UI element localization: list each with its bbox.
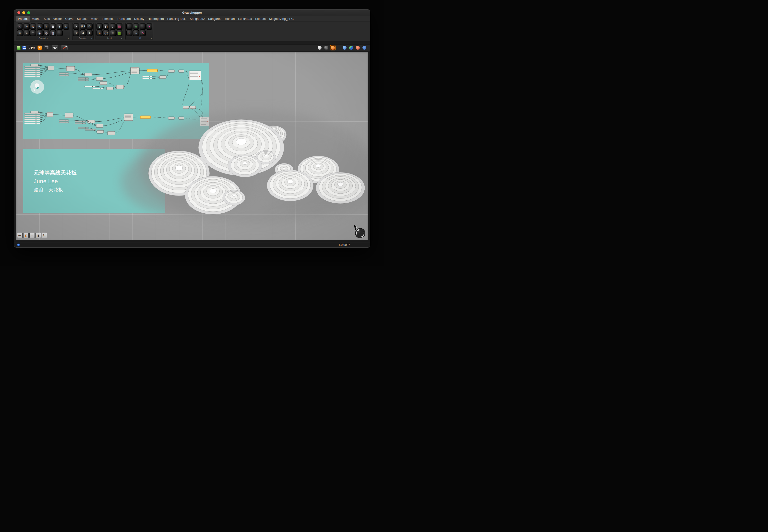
number-param-icon[interactable]: 0.1 (80, 23, 86, 30)
maximize-button[interactable] (27, 11, 30, 14)
data-output-icon[interactable]: → (139, 23, 146, 30)
curve-param-icon[interactable]: ≈ (23, 30, 30, 36)
menu-item-kangaroo[interactable]: Kangaroo (207, 16, 223, 22)
panel-component-icon[interactable]: ◧ (103, 23, 109, 30)
data-recorder-icon[interactable]: ●● (126, 30, 132, 36)
menu-item-panelingtools[interactable]: PanelingTools (165, 16, 188, 22)
node-graph[interactable] (23, 63, 210, 139)
value-list-icon[interactable]: ≡ (110, 30, 116, 36)
close-button[interactable] (17, 11, 20, 14)
ribbon-group-primitive: ◑0.1☆7A∗Primitive▾ (72, 23, 93, 40)
preview-red-sphere-icon[interactable] (355, 45, 361, 50)
minimize-button[interactable] (22, 11, 25, 14)
menu-item-maths[interactable]: Maths (30, 16, 42, 22)
version-label: 1.0.0007 (338, 243, 367, 247)
save-document-icon[interactable] (22, 46, 26, 50)
menu-item-kangaroo2[interactable]: Kangaroo2 (188, 16, 207, 22)
zoom-extents-button[interactable] (44, 45, 49, 50)
paint-brush-button[interactable] (61, 45, 68, 50)
geometry-param-icon[interactable]: ◇ (63, 23, 69, 30)
status-sphere-icon[interactable] (17, 243, 20, 246)
menu-item-heteroptera[interactable]: Heteroptera (146, 16, 165, 22)
new-document-icon[interactable] (17, 46, 21, 50)
brep-param-icon[interactable]: ◈ (37, 30, 43, 36)
ribbon-canvas-divider (14, 41, 370, 44)
menu-item-display[interactable]: Display (132, 16, 146, 22)
canvas-toolbar-right (317, 45, 367, 50)
field-param-icon[interactable]: ∗ (57, 23, 63, 30)
group-param-icon[interactable]: × (17, 30, 23, 36)
preview-eye-button[interactable] (52, 45, 58, 50)
text-param-icon[interactable]: A (80, 30, 86, 36)
galapagos-icon[interactable]: ♣ (133, 23, 139, 30)
subd-param-icon[interactable]: ◔ (57, 30, 63, 36)
menu-item-surface[interactable]: Surface (75, 16, 89, 22)
menu-item-intersect[interactable]: Intersect (100, 16, 115, 22)
eye-icon (53, 47, 57, 49)
zoom-level: 91% (29, 46, 35, 50)
ribbon-group-input: ↓◧♪▥≈◯≡▦Input▾ (95, 23, 123, 40)
menu-item-magnetizing_fpg[interactable]: Magnetizing_FPG (268, 16, 295, 22)
boolean-param-icon[interactable]: ◑ (73, 23, 79, 30)
button-icon[interactable]: ● (146, 23, 152, 30)
menu-item-vector[interactable]: Vector (51, 16, 63, 22)
knob-icon[interactable]: ◯ (103, 30, 109, 36)
sketch-tool-icon[interactable]: −x (17, 233, 23, 238)
preview-off-icon[interactable] (324, 45, 329, 50)
menu-item-transform[interactable]: Transform (115, 16, 133, 22)
note-panel[interactable]: 元球等高线天花板 June Lee 波浪，天花板 (23, 149, 165, 213)
menu-bar: ParamsMathsSetsVectorCurveSurfaceMeshInt… (14, 16, 370, 22)
panel-tool-icon[interactable]: ▮ (35, 233, 41, 238)
circle-param-icon[interactable]: ◎ (37, 23, 43, 30)
data-input-icon[interactable]: → (133, 30, 139, 36)
note-title: 元球等高线天花板 (34, 169, 77, 176)
ribbon-group-label: Util▾ (126, 37, 152, 40)
ribbon-group-label: Primitive▾ (73, 37, 92, 40)
brush-icon (63, 46, 66, 49)
menu-item-curve[interactable]: Curve (64, 16, 75, 22)
navigation-ball[interactable] (352, 224, 367, 239)
import-file-icon[interactable]: ↓ (96, 23, 103, 30)
ribbon-group-geometry: ↖↗⊙◎◐▣∗◇×≈⊃◈◍▦◔Geometry▾ (16, 23, 70, 40)
wire-display-icon[interactable]: ≈ (29, 233, 35, 238)
integer-param-icon[interactable]: 7 (73, 30, 79, 36)
plane-param-icon[interactable]: ⊙ (30, 23, 36, 30)
menu-item-elefront[interactable]: Elefront (254, 16, 268, 22)
redraw-tool-icon[interactable]: ↻ (42, 233, 47, 238)
arc-param-icon[interactable]: ◐ (43, 23, 49, 30)
mesh-param-icon[interactable]: ▦ (50, 30, 56, 36)
canvas-frame: 元球等高线天花板 June Lee 波浪，天花板 −x◧≈▮↻ (14, 51, 370, 242)
vector-param-icon[interactable]: ↗ (23, 23, 30, 30)
definition-canvas[interactable]: 元球等高线天花板 June Lee 波浪，天花板 −x◧≈▮↻ (16, 52, 368, 240)
canvas-bottom-toolbar: −x◧≈▮↻ (17, 233, 47, 238)
culture-param-icon[interactable]: ∗ (86, 30, 92, 36)
preview-split-sphere-icon[interactable] (349, 45, 354, 50)
complex-param-icon[interactable]: ☆ (86, 23, 92, 30)
preview-wireframe-icon[interactable] (317, 45, 322, 50)
preview-shaded-icon[interactable] (330, 45, 336, 50)
relay-icon[interactable]: ∴ (126, 23, 132, 30)
box-param-icon[interactable]: ▣ (50, 23, 56, 30)
srf-param-icon[interactable]: ⊃ (30, 30, 36, 36)
fitness-icon[interactable]: Δ (139, 30, 146, 36)
menu-item-mesh[interactable]: Mesh (89, 16, 100, 22)
graph-mapper-icon[interactable]: ≈ (96, 30, 103, 36)
zoom-extents-icon (45, 46, 48, 49)
menu-item-params[interactable]: Params (16, 16, 30, 22)
scribble-icon[interactable]: ♪ (110, 23, 116, 30)
sphere-param-icon[interactable]: ◍ (43, 30, 49, 36)
point-param-icon[interactable]: ↖ (17, 23, 23, 30)
zoom-dropdown-button[interactable]: ▾ (37, 46, 42, 50)
preview-flat-sphere-icon[interactable] (362, 45, 367, 50)
paint-tool-icon[interactable]: ◧ (23, 233, 29, 238)
menu-item-sets[interactable]: Sets (42, 16, 51, 22)
preview-blue-sphere-icon[interactable] (342, 45, 347, 50)
ribbon-group-label: Input▾ (96, 37, 122, 40)
menu-item-lunchbox[interactable]: LunchBox (237, 16, 254, 22)
colour-swatch-icon[interactable]: ▦ (116, 30, 122, 36)
menu-item-human[interactable]: Human (223, 16, 236, 22)
title-bar[interactable]: Grasshopper (14, 10, 370, 16)
ribbon: ↖↗⊙◎◐▣∗◇×≈⊃◈◍▦◔Geometry▾◑0.1☆7A∗Primitiv… (14, 22, 370, 41)
gradient-icon[interactable]: ▥ (116, 23, 122, 30)
ribbon-group-util: ∴♣→●●●→ΔUtil▾ (125, 23, 153, 40)
